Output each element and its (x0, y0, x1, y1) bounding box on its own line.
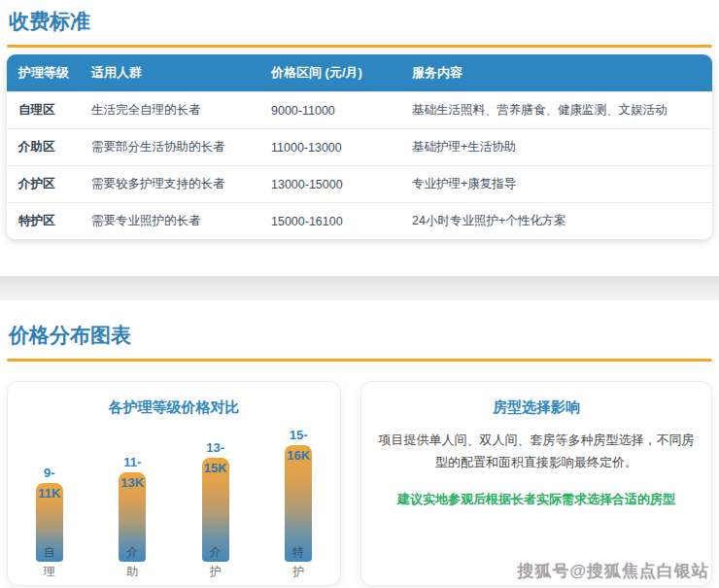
cell-audience: 需要部分生活协助的长者 (80, 139, 259, 156)
cell-services: 24小时专业照护+个性化方案 (400, 213, 712, 229)
pricing-section: 收费标准 护理等级 适用人群 价格区间 (元/月) 服务内容 自理区 生活完全自… (0, 0, 719, 239)
bar-group-jiezhu: 11- 13K 介 助 (119, 455, 146, 582)
bar-value-label: 13K (119, 475, 146, 490)
cell-level: 特护区 (7, 213, 80, 229)
bar-value-label: 13- (206, 440, 224, 455)
x-axis-label-char: 介 (202, 544, 229, 561)
section-divider-band (0, 276, 719, 300)
bar-group-jiehu: 13- 15K 介 护 (202, 440, 229, 582)
pricing-table: 护理等级 适用人群 价格区间 (元/月) 服务内容 自理区 生活完全自理的长者 … (7, 54, 712, 239)
x-axis-label-char: 介 (119, 544, 146, 561)
x-axis-label-char: 自 (36, 544, 63, 561)
cell-level: 介护区 (7, 176, 80, 192)
bar: 16K 特 (285, 445, 312, 562)
chart-section-title: 价格分布图表 (7, 300, 712, 359)
cell-price: 15000-16100 (259, 215, 400, 228)
cell-price: 9000-11000 (259, 104, 400, 118)
table-row: 介助区 需要部分生活协助的长者 11000-13000 基础护理+生活协助 (7, 128, 712, 165)
pricing-table-header: 护理等级 适用人群 价格区间 (元/月) 服务内容 (7, 54, 712, 91)
orange-divider (7, 45, 712, 48)
cell-level: 介助区 (7, 139, 80, 156)
column-header-services: 服务内容 (400, 64, 712, 82)
bar-value-label: 11K (36, 486, 63, 501)
x-axis-label-char: 助 (126, 562, 138, 582)
cell-price: 11000-13000 (259, 141, 400, 155)
cell-audience: 生活完全自理的长者 (80, 102, 259, 119)
table-row: 自理区 生活完全自理的长者 9000-11000 基础生活照料、营养膳食、健康监… (7, 91, 712, 128)
column-header-price: 价格区间 (元/月) (259, 64, 400, 82)
bar-chart: 9- 11K 自 理 11- 13K 介 助 13- (8, 428, 340, 582)
chart-section: 价格分布图表 各护理等级价格对比 9- 11K 自 理 11- 13K (0, 300, 719, 586)
bar-value-label: 11- (123, 455, 141, 469)
cell-services: 基础生活照料、营养膳食、健康监测、文娱活动 (400, 102, 712, 119)
bar-value-label: 16K (285, 448, 312, 463)
cell-price: 13000-15000 (259, 178, 400, 191)
chart-title: 各护理等级价格对比 (8, 398, 340, 417)
bar-value-label: 15K (202, 461, 229, 475)
bar-value-label: 15- (290, 428, 308, 442)
x-axis-label-char: 护 (292, 562, 304, 582)
cell-audience: 需要专业照护的长者 (80, 213, 259, 229)
room-card-body: 项目提供单人间、双人间、套房等多种房型选择，不同房型的配置和面积直接影响最终定价… (375, 430, 698, 474)
cell-level: 自理区 (7, 102, 80, 119)
column-header-level: 护理等级 (7, 64, 80, 82)
x-axis-label-char: 护 (210, 562, 222, 582)
room-type-card: 房型选择影响 项目提供单人间、双人间、套房等多种房型选择，不同房型的配置和面积直… (360, 381, 712, 586)
table-row: 介护区 需要较多护理支持的长者 13000-15000 专业护理+康复指导 (7, 165, 712, 202)
pricing-section-title: 收费标准 (7, 0, 712, 45)
orange-divider (7, 359, 712, 362)
cell-services: 基础护理+生活协助 (400, 139, 712, 156)
cell-audience: 需要较多护理支持的长者 (80, 176, 259, 192)
room-card-tip: 建议实地参观后根据长者实际需求选择合适的房型 (375, 491, 698, 508)
bar: 13K 介 (119, 472, 146, 562)
room-card-title: 房型选择影响 (361, 398, 711, 417)
table-row: 特护区 需要专业照护的长者 15000-16100 24小时专业照护+个性化方案 (7, 202, 712, 239)
cell-services: 专业护理+康复指导 (400, 176, 712, 192)
x-axis-label-char: 理 (44, 562, 55, 582)
bar-value-label: 9- (44, 466, 55, 480)
bar-group-tehu: 15- 16K 特 护 (285, 428, 312, 582)
price-comparison-chart-card: 各护理等级价格对比 9- 11K 自 理 11- 13K 介 助 (7, 381, 341, 586)
x-axis-label-char: 特 (285, 544, 312, 561)
cards-row: 各护理等级价格对比 9- 11K 自 理 11- 13K 介 助 (7, 381, 712, 586)
column-header-audience: 适用人群 (80, 64, 259, 82)
bar: 11K 自 (36, 483, 63, 562)
sohu-watermark: 搜狐号@搜狐焦点白银站 (517, 560, 709, 582)
bar-group-zili: 9- 11K 自 理 (36, 466, 63, 582)
bar: 15K 介 (202, 458, 229, 562)
